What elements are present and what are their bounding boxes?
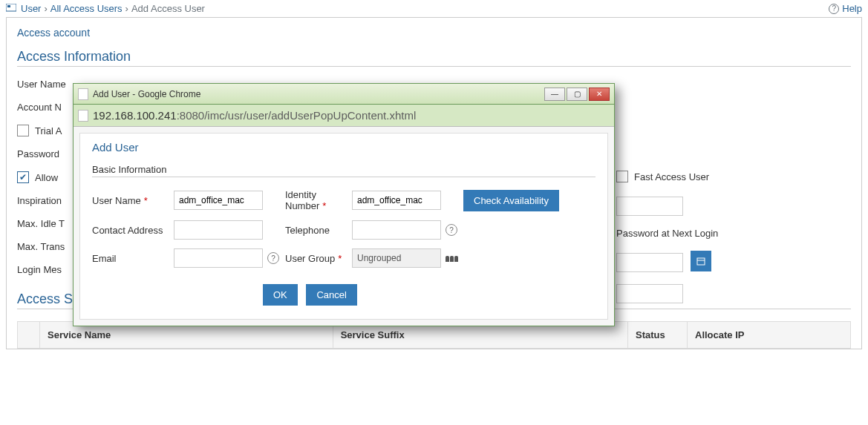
window-title: Add User - Google Chrome xyxy=(93,89,200,99)
checkbox-label: Fast Access User xyxy=(634,171,709,182)
help-icon[interactable]: ? xyxy=(267,252,279,264)
page-icon xyxy=(78,88,88,100)
label-email: Email xyxy=(92,253,174,264)
help-icon: ? xyxy=(829,4,839,14)
text-input-right1[interactable] xyxy=(616,197,683,216)
input-contact-address[interactable] xyxy=(174,220,263,240)
checkbox-box xyxy=(17,125,29,136)
checkbox-label: Trial A xyxy=(35,125,62,136)
help-link[interactable]: ? Help xyxy=(829,3,862,14)
input-user-name[interactable] xyxy=(174,191,263,210)
label-max-trans: Max. Trans xyxy=(17,241,25,252)
modal-body: Add User Basic Information User Name* Id… xyxy=(74,127,614,326)
input-user-group[interactable] xyxy=(352,248,441,268)
checkbox-box xyxy=(17,171,29,183)
breadcrumb-all-access-users[interactable]: All Access Users xyxy=(50,3,123,14)
check-availability-button[interactable]: Check Availability xyxy=(463,190,559,211)
label-account-name: Account N xyxy=(17,102,25,113)
input-email[interactable] xyxy=(174,248,263,268)
input-telephone[interactable] xyxy=(352,220,441,240)
label-user-group: User Group* xyxy=(285,253,352,264)
window-minimize-button[interactable]: — xyxy=(544,88,565,101)
col-status: Status xyxy=(628,322,688,349)
breadcrumb-sep: › xyxy=(125,3,128,14)
window-titlebar[interactable]: Add User - Google Chrome — ▢ ✕ xyxy=(74,84,614,105)
panel-title: Access account xyxy=(17,27,851,39)
app-icon xyxy=(6,4,16,14)
section-access-information: Access Information xyxy=(17,49,851,67)
label-password: Password xyxy=(17,148,25,159)
checkbox-allow[interactable]: Allow xyxy=(17,171,58,183)
breadcrumb-sep: › xyxy=(44,3,47,14)
url-host: 192.168.100.241 xyxy=(93,109,177,122)
label-telephone: Telephone xyxy=(285,225,352,236)
user-group-picker-icon[interactable] xyxy=(446,256,458,262)
calendar-button[interactable] xyxy=(691,251,711,271)
basic-information-header: Basic Information xyxy=(92,164,595,177)
date-input[interactable] xyxy=(616,253,683,272)
window-maximize-button[interactable]: ▢ xyxy=(567,88,587,101)
modal-card-title: Add User xyxy=(92,141,595,154)
checkbox-fast-access[interactable]: Fast Access User xyxy=(616,171,709,182)
input-identity-number[interactable] xyxy=(352,191,441,210)
label-user-name: User Name xyxy=(17,79,25,90)
col-allocate-ip: Allocate IP xyxy=(688,322,851,349)
modal-card: Add User Basic Information User Name* Id… xyxy=(79,133,608,320)
calendar-icon xyxy=(696,257,705,266)
help-icon[interactable]: ? xyxy=(446,224,457,236)
help-label: Help xyxy=(842,3,862,14)
page-icon xyxy=(78,110,88,122)
breadcrumb: User › All Access Users › Add Access Use… xyxy=(0,0,868,17)
checkbox-box xyxy=(616,171,628,182)
label-user-name: User Name* xyxy=(92,195,174,206)
breadcrumb-current: Add Access User xyxy=(131,3,205,14)
modal-buttons: OK Cancel xyxy=(92,284,595,306)
window-close-button[interactable]: ✕ xyxy=(589,88,610,101)
label-login-mes: Login Mes xyxy=(17,264,25,275)
ok-button[interactable]: OK xyxy=(263,284,298,306)
breadcrumb-user[interactable]: User xyxy=(21,3,41,14)
url: 192.168.100.241:8080/imc/usr/user/addUse… xyxy=(93,109,416,122)
checkbox-trial[interactable]: Trial A xyxy=(17,125,62,136)
svg-rect-2 xyxy=(697,258,705,265)
basic-info-grid: User Name* Identity Number* Check Availa… xyxy=(92,189,595,268)
svg-rect-1 xyxy=(7,5,10,7)
url-path: :8080/imc/usr/user/addUserPopUpContent.x… xyxy=(177,109,417,122)
label-inspiration: Inspiration xyxy=(17,195,25,206)
label-identity-number: Identity Number* xyxy=(285,189,352,211)
add-user-popup-window: Add User - Google Chrome — ▢ ✕ 192.168.1… xyxy=(73,83,615,326)
text-input-right2[interactable] xyxy=(616,284,683,303)
label-max-idle: Max. Idle T xyxy=(17,218,25,229)
label-pw-next-login: Password at Next Login xyxy=(616,228,718,239)
label-contact-address: Contact Address xyxy=(92,225,174,236)
right-column: Fast Access User Password at Next Login xyxy=(616,171,718,303)
checkbox-label: Allow xyxy=(35,172,58,183)
cancel-button[interactable]: Cancel xyxy=(306,284,356,306)
address-bar[interactable]: 192.168.100.241:8080/imc/usr/user/addUse… xyxy=(74,105,614,127)
